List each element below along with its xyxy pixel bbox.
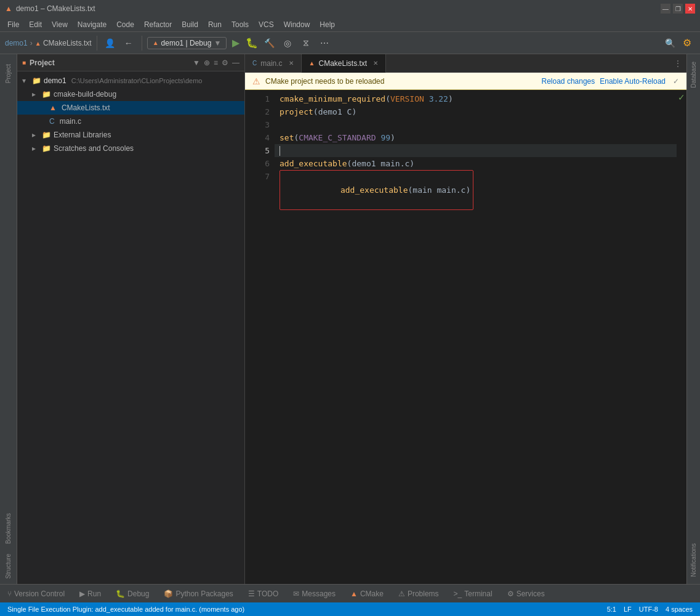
toolbar-back-btn[interactable]: ← — [121, 35, 137, 51]
app-icon: ▲ — [5, 4, 12, 13]
coverage-button[interactable]: ◎ — [280, 35, 296, 51]
window-controls[interactable]: — ❐ ✕ — [661, 4, 695, 14]
tab-main-c[interactable]: C main.c ✕ — [245, 54, 302, 73]
menu-tools[interactable]: Tools — [227, 17, 254, 32]
cmake-build-arrow-icon: ▸ — [32, 90, 39, 99]
menu-code[interactable]: Code — [111, 17, 139, 32]
enable-autoreload-link[interactable]: Enable Auto-Reload — [600, 77, 666, 86]
close-panel-icon[interactable]: — — [232, 59, 239, 67]
breadcrumb-project[interactable]: demo1 — [5, 39, 28, 47]
left-strip-bookmarks[interactable]: Bookmarks — [2, 508, 14, 549]
menu-bar: File Edit View Navigate Code Refactor Bu… — [0, 17, 700, 32]
menu-navigate[interactable]: Navigate — [73, 17, 111, 32]
code-line-3 — [275, 118, 677, 131]
collapse-all-icon[interactable]: ≡ — [214, 59, 218, 67]
status-line-ending[interactable]: LF — [624, 606, 632, 613]
menu-vcs[interactable]: VCS — [254, 17, 279, 32]
editor-tabs-more[interactable]: ⋮ — [669, 59, 686, 68]
reload-changes-link[interactable]: Reload changes — [542, 77, 595, 86]
bottom-tab-version-control[interactable]: ⑂ Version Control — [0, 585, 72, 603]
bottom-tab-todo[interactable]: ☰ TODO — [241, 585, 286, 603]
cog-icon[interactable]: ⚙ — [222, 59, 228, 67]
tree-item-scratches[interactable]: ▸ 📁 Scratches and Consoles — [17, 142, 244, 155]
bottom-tabs: ⑂ Version Control ▶ Run 🐛 Debug 📦 Python… — [0, 584, 700, 602]
ext-libs-arrow-icon: ▸ — [32, 131, 39, 139]
tab-cmakelists[interactable]: ▲ CMakeLists.txt ✕ — [302, 54, 387, 73]
editor-tabs: C main.c ✕ ▲ CMakeLists.txt ✕ ⋮ — [245, 54, 686, 73]
tree-item-ext-libs[interactable]: ▸ 📁 External Libraries — [17, 128, 244, 142]
more-run-tools[interactable]: ⋯ — [316, 35, 332, 51]
profile-button[interactable]: ⧖ — [298, 35, 314, 51]
bottom-tab-services[interactable]: ⚙ Services — [500, 585, 552, 603]
tab-cmakelists-close[interactable]: ✕ — [373, 60, 378, 67]
menu-refactor[interactable]: Refactor — [139, 17, 177, 32]
tree-item-cmake-build[interactable]: ▸ 📁 cmake-build-debug — [17, 87, 244, 101]
version-control-icon: ⑂ — [7, 590, 12, 598]
minimize-button[interactable]: — — [661, 4, 670, 14]
menu-run[interactable]: Run — [203, 17, 227, 32]
code-editor[interactable]: 1 2 3 4 5 6 7 cmake_minimum_required(VER… — [245, 90, 686, 584]
code-line-7: add_executable(main main.c) — [275, 170, 677, 210]
services-icon: ⚙ — [507, 590, 514, 598]
menu-edit[interactable]: Edit — [24, 17, 47, 32]
bottom-tab-cmake[interactable]: ▲ CMake — [343, 585, 391, 603]
cursor-caret — [280, 146, 280, 156]
tab-main-c-close[interactable]: ✕ — [289, 60, 294, 67]
toolbar-separator-2 — [142, 36, 142, 51]
build-button[interactable]: 🔨 — [261, 35, 277, 51]
tree-item-main-c[interactable]: ▸ C main.c — [17, 115, 244, 128]
right-sidebar-database[interactable]: Database — [689, 57, 698, 93]
maximize-button[interactable]: ❐ — [673, 4, 683, 14]
ext-libs-folder-icon: 📁 — [42, 131, 51, 139]
add-content-root-icon[interactable]: ⊕ — [204, 59, 210, 67]
scratches-label: Scratches and Consoles — [54, 144, 134, 153]
menu-build[interactable]: Build — [177, 17, 203, 32]
status-encoding[interactable]: UTF-8 — [639, 606, 658, 613]
problems-label: Problems — [408, 590, 439, 598]
editor-area: C main.c ✕ ▲ CMakeLists.txt ✕ ⋮ ⚠ CMake … — [245, 54, 686, 584]
settings-button[interactable]: ⚙ — [679, 35, 695, 51]
toolbar-user-icon[interactable]: 👤 — [102, 35, 118, 51]
debug-button[interactable]: 🐛 — [245, 36, 259, 50]
todo-label: TODO — [257, 590, 278, 598]
problems-icon: ⚠ — [398, 590, 405, 598]
left-tool-strip: Project Bookmarks Structure — [0, 54, 17, 584]
bottom-tab-debug[interactable]: 🐛 Debug — [108, 585, 156, 603]
line-num-4: 4 — [265, 131, 270, 144]
main-layout: Project Bookmarks Structure ■ Project ▼ … — [0, 54, 700, 584]
bottom-tab-python-packages[interactable]: 📦 Python Packages — [156, 585, 240, 603]
notification-close-icon[interactable]: ✓ — [673, 77, 679, 86]
bottom-tab-terminal[interactable]: >_ Terminal — [446, 585, 500, 603]
code-content[interactable]: cmake_minimum_required(VERSION 3.22) pro… — [275, 90, 677, 584]
search-everywhere-button[interactable]: 🔍 — [662, 35, 678, 51]
right-sidebar-notifications[interactable]: Notifications — [689, 538, 698, 582]
status-cursor[interactable]: 5:1 — [607, 606, 616, 613]
terminal-label: Terminal — [464, 590, 492, 598]
line-num-6: 6 — [265, 157, 270, 170]
menu-help[interactable]: Help — [315, 17, 340, 32]
left-strip-project[interactable]: Project — [2, 59, 14, 88]
run-config-selector[interactable]: ▲ demo1 | Debug ▼ — [147, 37, 227, 49]
menu-file[interactable]: File — [2, 17, 24, 32]
status-indent[interactable]: 4 spaces — [666, 606, 693, 613]
run-button[interactable]: ▶ — [229, 36, 243, 50]
code-line-6: add_executable(demo1 main.c) — [275, 157, 677, 170]
menu-window[interactable]: Window — [279, 17, 315, 32]
run-icon: ▶ — [79, 590, 85, 598]
status-right: 5:1 LF UTF-8 4 spaces — [607, 606, 693, 613]
title-bar: ▲ demo1 – CMakeLists.txt — ❐ ✕ — [0, 0, 700, 17]
left-strip-structure[interactable]: Structure — [2, 549, 14, 584]
close-button[interactable]: ✕ — [685, 4, 695, 14]
breadcrumb-file[interactable]: ▲ CMakeLists.txt — [35, 39, 92, 47]
main-c-label: main.c — [60, 117, 81, 126]
project-icon: ■ — [22, 59, 26, 66]
code-line-5 — [275, 144, 677, 157]
notification-warning-icon: ⚠ — [252, 76, 260, 86]
project-root[interactable]: ▾ 📁 demo1 C:\Users\Administrator\CLionPr… — [17, 74, 244, 87]
bottom-tab-run[interactable]: ▶ Run — [72, 585, 108, 603]
menu-view[interactable]: View — [47, 17, 73, 32]
tree-item-cmakelists[interactable]: ▸ ▲ CMakeLists.txt — [17, 101, 244, 115]
project-header-dropdown[interactable]: ▼ — [193, 59, 200, 67]
bottom-tab-problems[interactable]: ⚠ Problems — [391, 585, 446, 603]
bottom-tab-messages[interactable]: ✉ Messages — [286, 585, 343, 603]
